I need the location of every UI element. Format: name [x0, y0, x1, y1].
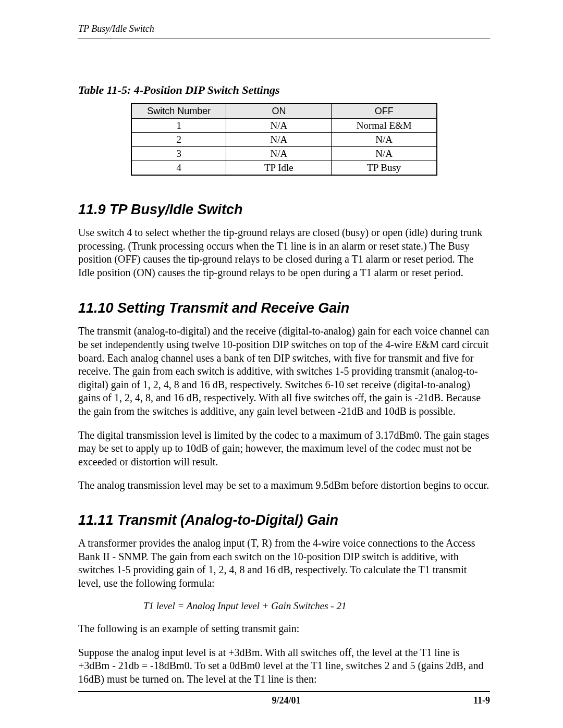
header-rule: [78, 39, 490, 39]
table-row: 4 TP Idle TP Busy: [131, 161, 437, 176]
table-header-row: Switch Number ON OFF: [131, 104, 437, 119]
paragraph: The analog transmission level may be set…: [78, 479, 490, 492]
paragraph: A transformer provides the analog input …: [78, 537, 490, 590]
dip-switch-table: Switch Number ON OFF 1 N/A Normal E&M 2 …: [131, 103, 437, 176]
cell-off: N/A: [332, 133, 437, 147]
cell-on: N/A: [226, 133, 332, 147]
table-row: 1 N/A Normal E&M: [131, 119, 437, 133]
table-row: 2 N/A N/A: [131, 133, 437, 147]
paragraph: Use switch 4 to select whether the tip-g…: [78, 226, 490, 279]
cell-on: TP Idle: [226, 161, 332, 176]
paragraph: The digital transmission level is limite…: [78, 429, 490, 469]
formula-text: T1 level = Analog Input level + Gain Swi…: [143, 600, 490, 612]
footer-date: 9/24/01: [272, 695, 300, 706]
cell-on: N/A: [226, 147, 332, 161]
table-row: 3 N/A N/A: [131, 147, 437, 161]
paragraph: The transmit (analog-to-digital) and the…: [78, 325, 490, 418]
cell-switch-num: 4: [131, 161, 226, 176]
footer-page-number: 11-9: [473, 695, 490, 706]
cell-on: N/A: [226, 119, 332, 133]
col-header-on: ON: [226, 104, 332, 119]
cell-off: TP Busy: [332, 161, 437, 176]
section-heading-11-9: 11.9 TP Busy/Idle Switch: [78, 202, 490, 218]
running-header: TP Busy/Idle Switch: [78, 23, 490, 34]
footer-spacer: [78, 695, 99, 706]
section-heading-11-10: 11.10 Setting Transmit and Receive Gain: [78, 300, 490, 316]
footer-rule: [78, 691, 490, 692]
paragraph: The following is an example of setting t…: [78, 622, 490, 636]
cell-switch-num: 1: [131, 119, 226, 133]
table-caption: Table 11-5: 4-Position DIP Switch Settin…: [78, 83, 490, 97]
section-heading-11-11: 11.11 Transmit (Analog-to-Digital) Gain: [78, 512, 490, 528]
paragraph: Suppose the analog input level is at +3d…: [78, 646, 490, 686]
col-header-switch-number: Switch Number: [131, 104, 226, 119]
cell-switch-num: 2: [131, 133, 226, 147]
col-header-off: OFF: [332, 104, 437, 119]
cell-off: Normal E&M: [332, 119, 437, 133]
cell-switch-num: 3: [131, 147, 226, 161]
page-footer: 9/24/01 11-9: [78, 691, 490, 706]
cell-off: N/A: [332, 147, 437, 161]
